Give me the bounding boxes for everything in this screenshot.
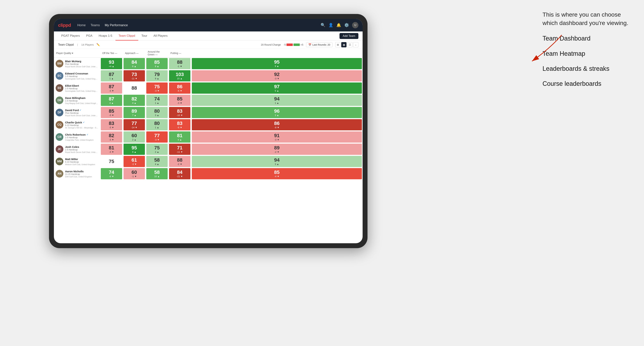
bell-icon[interactable]: 🔔 <box>336 23 341 27</box>
edit-icon[interactable]: ✏️ <box>96 43 100 46</box>
player-name: Josh Coles <box>65 145 98 148</box>
player-cell: JCJosh Coles1-5 HandicapRoyal North Devo… <box>54 143 100 155</box>
player-avatar: MM <box>56 158 63 165</box>
search-icon[interactable]: 🔍 <box>320 23 325 27</box>
score-value: 89 <box>274 145 280 150</box>
score-value: 80 <box>154 109 160 114</box>
score-change: -8 ▼ <box>274 126 279 129</box>
table-row[interactable]: DFDavid Ford✓Plus HandicapRoyal North De… <box>54 106 362 119</box>
table-row[interactable]: MMMatt Miller6-10 HandicapWoburn Golf Cl… <box>54 155 362 168</box>
score-value: 85 <box>154 60 160 65</box>
score-cell-off_tee: 846 ▲ <box>123 57 146 70</box>
score-change: -14 ▼ <box>131 126 137 129</box>
heatmap-view-button[interactable]: ▦ <box>341 42 346 47</box>
player-avatar: CR <box>56 133 63 141</box>
score-value: 73 <box>132 72 137 77</box>
score-cell-quality: 74-8 ▼ <box>100 168 123 180</box>
col-around-green-header[interactable]: Around the Green — <box>146 49 168 57</box>
player-avatar: DF <box>56 109 63 116</box>
last-rounds-button[interactable]: 📅 Last Rounds: 20 <box>306 42 332 47</box>
chart-view-button[interactable]: ☷ <box>347 42 352 47</box>
score-change: 6 ▲ <box>132 65 136 68</box>
col-putting-header[interactable]: Putting — <box>168 49 191 57</box>
score-change: -1 ▼ <box>177 65 182 68</box>
table-row[interactable]: JCJosh Coles1-5 HandicapRoyal North Devo… <box>54 143 362 155</box>
score-cell-approach: 858 ▲ <box>146 57 168 70</box>
score-cell-off_tee: 73-11 ▼ <box>123 70 146 82</box>
score-change: -11 ▼ <box>131 77 137 80</box>
table-row[interactable]: EEElliot Ebert1-5 HandicapSunningdale Go… <box>54 82 362 94</box>
tab-team-clippd[interactable]: Team Clippd <box>116 31 138 40</box>
player-cell: DFDavid Ford✓Plus HandicapRoyal North De… <box>54 106 100 119</box>
table-row[interactable]: CRChris Robertson✓1-5 HandicapCraigmilla… <box>54 131 362 143</box>
score-value: 80 <box>154 121 160 126</box>
nav-link-teams[interactable]: Teams <box>91 23 100 28</box>
player-club: Drift Golf Club, United Kingdom <box>65 176 92 178</box>
table-row[interactable]: BMBlair McHargPlus HandicapRoyal North D… <box>54 57 362 70</box>
nav-link-home[interactable]: Home <box>77 23 86 28</box>
player-club: Royal North Devon Golf Club, United King… <box>65 114 98 117</box>
player-club: Sunningdale Golf Club, United Kingdom <box>65 78 98 80</box>
person-icon[interactable]: 👤 <box>328 23 333 27</box>
player-count: 14 Players <box>82 43 94 46</box>
player-avatar: DB <box>56 96 63 104</box>
score-value: 75 <box>154 145 160 150</box>
score-cell-off_tee: 824 ▲ <box>123 94 146 106</box>
settings-icon[interactable]: ⚙️ <box>344 23 349 27</box>
score-value: 88 <box>132 86 137 91</box>
player-club: Sunningdale Golf Club, United Kingdom <box>65 90 98 92</box>
range-high: +5 <box>300 43 303 46</box>
player-cell: DBDave Billingham1-5 HandicapGog Magog G… <box>54 94 100 106</box>
score-cell-off_tee: 958 ▲ <box>123 143 146 155</box>
score-value: 74 <box>154 96 160 101</box>
avatar[interactable]: U <box>352 22 358 28</box>
player-handicap: Plus Handicap <box>65 112 98 114</box>
score-change: 1 ▲ <box>275 102 279 104</box>
col-approach-header[interactable]: Approach — <box>123 49 146 57</box>
score-cell-quality: 82-3 ▼ <box>100 131 123 143</box>
tab-tour[interactable]: Tour <box>138 31 150 40</box>
col-off-tee-header[interactable]: Off the Tee — <box>100 49 123 57</box>
tab-all-players[interactable]: All Players <box>150 31 170 40</box>
grid-view-button[interactable]: ⊞ <box>335 42 340 47</box>
score-change: -3 ▼ <box>154 89 160 92</box>
score-cell-off_tee: 60-1 ▼ <box>123 168 146 180</box>
tab-pga[interactable]: PGA <box>83 31 96 40</box>
player-table: Player Quality ▾ Off the Tee — Approach … <box>54 49 362 180</box>
table-header-row: Player Quality ▾ Off the Tee — Approach … <box>54 49 362 57</box>
score-cell-approach: 741 ▲ <box>146 94 168 106</box>
score-value: 88 <box>177 60 182 65</box>
player-handicap: 1-5 Handicap <box>65 149 98 151</box>
score-cell-approach: 752 ▲ <box>146 143 168 155</box>
tab-pgat-players[interactable]: PGAT Players <box>58 31 83 40</box>
round-change-label: 20 Round Change <box>261 43 281 46</box>
score-change: -3 ▼ <box>154 138 160 141</box>
calendar-icon: 📅 <box>308 43 311 46</box>
nav-link-performance[interactable]: My Performance <box>105 23 128 28</box>
score-value: 84 <box>177 170 182 175</box>
score-change: -21 ▼ <box>176 175 183 178</box>
score-change: 3 ▲ <box>275 114 279 117</box>
table-row[interactable]: ECEdward Crossman1-5 HandicapSunningdale… <box>54 70 362 82</box>
table-row[interactable]: CQCharlie Quick✓6-10 HandicapSt. George'… <box>54 119 362 131</box>
score-value: 103 <box>176 72 184 77</box>
annotation-intro: This is where you can choose which dashb… <box>542 10 634 27</box>
player-handicap: 11-15 Handicap <box>65 173 92 175</box>
red-scale-bar <box>286 43 293 46</box>
data-table-container: Player Quality ▾ Off the Tee — Approach … <box>54 49 362 243</box>
tab-hcaps[interactable]: Hcaps 1-5 <box>96 31 115 40</box>
score-change: -3 ▼ <box>274 77 279 80</box>
score-cell-quality: 85-3 ▼ <box>100 106 123 119</box>
download-button[interactable]: ↓ <box>353 42 358 47</box>
add-team-button[interactable]: Add Team <box>340 33 358 39</box>
score-cell-off_tee: 602 ▲ <box>123 131 146 143</box>
score-change: -2 ▼ <box>177 163 182 166</box>
player-avatar: EE <box>56 84 63 92</box>
table-row[interactable]: DBDave Billingham1-5 HandicapGog Magog G… <box>54 94 362 106</box>
score-change: 1 ▲ <box>155 102 159 104</box>
table-row[interactable]: ANAaron Nicholls11-15 HandicapDrift Golf… <box>54 168 362 180</box>
score-cell-quality: 93+4 ▲ <box>100 57 123 70</box>
score-change: 3 ▲ <box>155 114 159 117</box>
col-player-header[interactable]: Player Quality ▾ <box>54 49 100 57</box>
score-cell-around_green: 88-1 ▼ <box>168 57 191 70</box>
